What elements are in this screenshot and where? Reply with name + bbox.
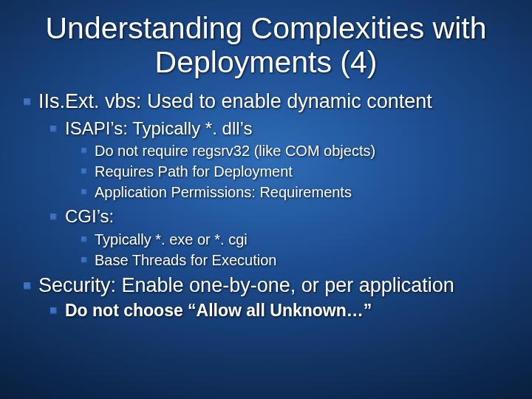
bullet-text: Requires Path for Deployment: [95, 163, 293, 180]
bullet-text: ISAPI’s: Typically *. dll’s: [65, 118, 252, 138]
bullet-text: Do not choose “Allow all Unknown…”: [65, 301, 372, 320]
bullet-cgi: CGI’s: Typically *. exe or *. cgi Base T…: [49, 206, 511, 270]
bullet-isapi: ISAPI’s: Typically *. dll’s Do not requi…: [49, 118, 511, 202]
bullet-cgi-threads: Base Threads for Execution: [80, 251, 511, 270]
bullet-isapi-perm: Application Permissions: Requirements: [80, 183, 511, 202]
bullet-text: Security: Enable one-by-one, or per appl…: [38, 274, 454, 296]
bullet-text: Application Permissions: Requirements: [95, 184, 352, 200]
bullet-text: IIs.Ext. vbs: Used to enable dynamic con…: [38, 90, 432, 112]
bullet-text: CGI’s:: [65, 206, 114, 226]
bullet-security-warn: Do not choose “Allow all Unknown…”: [49, 301, 511, 321]
slide-title: Understanding Complexities with Deployme…: [21, 12, 511, 80]
bullet-text: Typically *. exe or *. cgi: [95, 231, 248, 248]
bullet-isapi-path: Requires Path for Deployment: [80, 163, 511, 181]
bullet-isapi-regsrv: Do not require regsrv32 (like COM object…: [80, 142, 511, 160]
bullet-text: Do not require regsrv32 (like COM object…: [95, 143, 375, 159]
bullet-text: Base Threads for Execution: [95, 252, 276, 268]
bullet-security: Security: Enable one-by-one, or per appl…: [21, 274, 511, 321]
bullet-iisext: IIs.Ext. vbs: Used to enable dynamic con…: [21, 90, 511, 270]
slide: Understanding Complexities with Deployme…: [0, 0, 532, 399]
bullet-cgi-ext: Typically *. exe or *. cgi: [80, 231, 511, 249]
bullet-list: IIs.Ext. vbs: Used to enable dynamic con…: [21, 90, 511, 321]
